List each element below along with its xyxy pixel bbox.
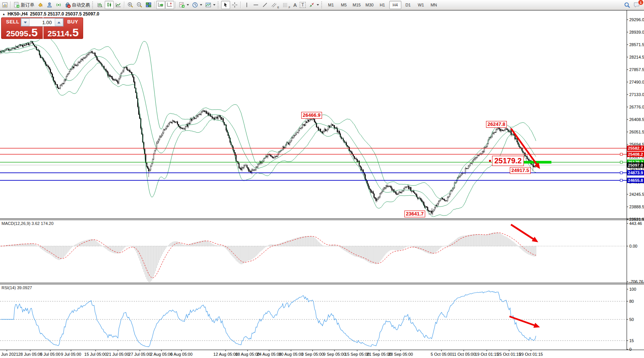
line-handle[interactable] (620, 172, 622, 174)
date-label: 5 Jul 05:00 (40, 352, 60, 356)
zoom-out-button[interactable] (135, 1, 144, 9)
volume-decrease-button[interactable] (21, 19, 29, 26)
timeframe-M1[interactable]: M1 (325, 1, 337, 9)
fibonacci-icon (282, 2, 288, 8)
trendline-icon (262, 2, 268, 8)
text-tool-label: A (293, 2, 297, 8)
dropdown-caret-icon (317, 4, 319, 6)
equidistant-channel-tool-button[interactable]: E (269, 1, 281, 9)
spin-up-icon (57, 22, 60, 23)
chart-title: ▲ HK50-,H4 25037.5 25137.0 25037.5 25097… (2, 11, 99, 17)
line-handle[interactable] (620, 161, 622, 163)
panel-collapse-icon[interactable]: ▲ (2, 12, 5, 16)
search-button[interactable] (622, 1, 632, 9)
timeframe-M15[interactable]: M15 (351, 1, 363, 9)
crosshair-tool-button[interactable] (230, 1, 239, 9)
buy-button[interactable]: 25114 .5 (43, 28, 83, 38)
timeframe-W1[interactable]: W1 (415, 1, 427, 9)
date-label: 6 Aug 05:00 (170, 352, 193, 356)
toolbar-grip (321, 2, 323, 8)
sell-price-main: 25095 (6, 29, 28, 38)
rsi-indicator-label: RSI(14) 39.0927 (2, 285, 32, 290)
trendline-tool-button[interactable] (260, 1, 269, 9)
price-tick-label: 0.00 (629, 244, 637, 248)
tile-windows-button[interactable] (144, 1, 153, 9)
indicators-button[interactable] (177, 1, 190, 9)
date-label: 2 Aug 05:00 (150, 352, 173, 356)
profile-button[interactable] (45, 1, 54, 9)
date-label: 25 Oct 01:15 (497, 352, 521, 356)
price-tick-label: 26408.5 (629, 117, 644, 122)
vertical-line-tool-button[interactable] (242, 1, 251, 9)
dropdown-caret-icon (187, 4, 189, 6)
auto-trading-icon (65, 2, 71, 8)
line-handle[interactable] (620, 179, 622, 181)
horizontal-line-icon (253, 2, 259, 8)
signal-icon (56, 2, 62, 8)
candlestick-chart-button[interactable] (105, 1, 114, 9)
line-chart-button[interactable] (114, 1, 123, 9)
bar-chart-button[interactable] (96, 1, 105, 9)
text-tool-button[interactable]: A (292, 1, 298, 9)
chart-shift-icon (167, 2, 173, 8)
periods-button[interactable] (190, 1, 204, 9)
candlestick-icon (106, 2, 112, 8)
arrows-tool-button[interactable] (307, 1, 320, 9)
timeframe-M5[interactable]: M5 (338, 1, 350, 9)
price-tag-value: 25582.7 (628, 146, 643, 150)
auto-scroll-button[interactable] (156, 1, 165, 9)
chart-canvas[interactable]: 29296.028939.028571.528214.527857.527490… (0, 0, 644, 358)
price-tick-label: 15 (629, 338, 634, 343)
price-tick-label: 27857.5 (629, 67, 644, 72)
date-label: 24 Aug 05:00 (257, 352, 282, 356)
thick-green-trendline[interactable] (523, 161, 551, 164)
label-tool-button[interactable]: T (298, 1, 307, 9)
notification-badge: 1 (638, 0, 644, 5)
timeframe-H4[interactable]: H4 (389, 1, 401, 9)
annotation-key-level[interactable]: 25179.2 (492, 156, 524, 166)
zoom-in-icon (127, 2, 133, 8)
fibonacci-tool-button[interactable]: F (281, 1, 292, 9)
date-label: 9 Sep 05:00 (323, 352, 345, 356)
sell-button[interactable]: 25095 .5 (1, 28, 43, 38)
date-label: 19 Oct 01:15 (475, 352, 499, 356)
cursor-icon (223, 2, 229, 8)
new-order-button[interactable]: 新订单 (12, 1, 36, 9)
volume-stepper[interactable]: 1.00 (21, 18, 63, 26)
cursor-tool-button[interactable] (221, 1, 230, 9)
price-tick-label: 24245.5 (629, 192, 644, 197)
price-tag-value: 25097.0 (628, 163, 643, 167)
arrows-icon (309, 2, 315, 8)
notifications-button[interactable]: 1 (632, 1, 642, 9)
timeframe-H1[interactable]: H1 (376, 1, 389, 9)
date-label: 3 Sep 05:00 (301, 352, 324, 356)
chart-shift-button[interactable] (165, 1, 174, 9)
line-handle[interactable] (620, 153, 622, 155)
horizontal-line-tool-button[interactable] (251, 1, 260, 9)
volume-increase-button[interactable] (55, 19, 63, 26)
buy-button-label[interactable]: BUY (67, 19, 78, 25)
crosshair-icon (232, 2, 238, 8)
timeframe-group: M1M5M15M30H1H4D1W1MN (325, 1, 440, 9)
date-label: 18 Aug 05:00 (235, 352, 260, 356)
templates-button[interactable] (204, 1, 217, 9)
signals-button[interactable] (54, 1, 63, 9)
price-tick-label: 27133.0 (629, 92, 644, 97)
annotation-recent-low[interactable]: 24917.5 (510, 167, 531, 174)
date-label: 9 Jul 05:00 (61, 352, 81, 356)
vertical-line-icon (244, 2, 250, 8)
date-label: 21 Sep 05:00 (367, 352, 391, 356)
zoom-in-button[interactable] (126, 1, 135, 9)
annotation-october-low[interactable]: 23641.7 (404, 211, 425, 217)
new-order-label: 新订单 (21, 2, 34, 8)
annotation-high-october[interactable]: 26247.8 (486, 121, 507, 128)
styles-bucket-button[interactable] (36, 1, 45, 9)
timeframe-M30[interactable]: M30 (364, 1, 376, 9)
label-tool-label: T (300, 2, 305, 8)
timeframe-D1[interactable]: D1 (402, 1, 414, 9)
sell-button-label[interactable]: SELL (6, 19, 19, 25)
auto-trading-button[interactable]: 自动交易 (63, 1, 91, 9)
annotation-high-september[interactable]: 26466.9 (301, 112, 322, 119)
timeframe-MN[interactable]: MN (428, 1, 440, 9)
volume-value[interactable]: 1.00 (29, 19, 55, 26)
